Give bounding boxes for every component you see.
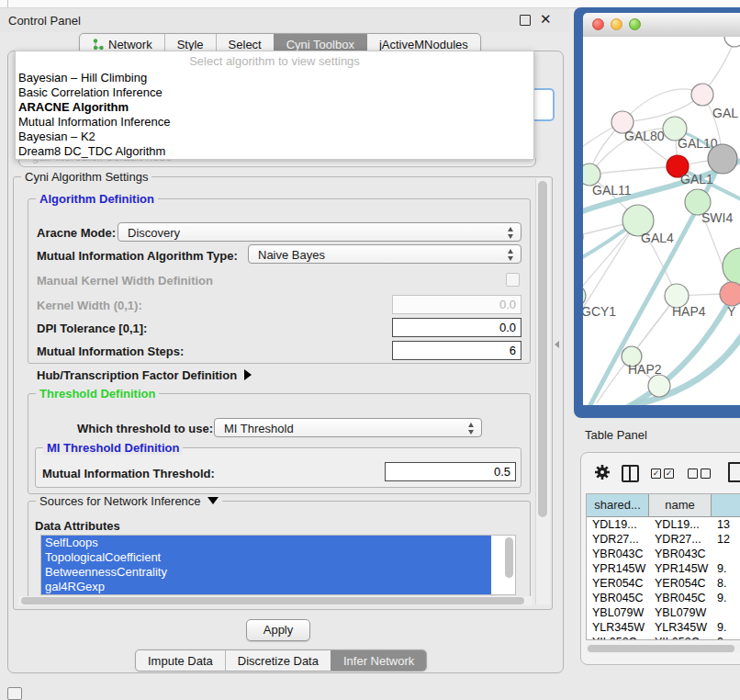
- table-row[interactable]: YBR045CYBR045C9.: [587, 591, 740, 605]
- close-window-icon[interactable]: [592, 18, 604, 30]
- network-node-label: Y: [727, 304, 736, 319]
- mi-type-value: Naive Bayes: [258, 248, 325, 262]
- algorithm-option[interactable]: ARACNE Algorithm: [16, 100, 533, 115]
- table-row[interactable]: YLR345WYLR345W9.: [587, 620, 740, 635]
- bottom-tab-discretize-data[interactable]: Discretize Data: [225, 650, 331, 671]
- bottom-tab-infer-network[interactable]: Infer Network: [331, 650, 426, 671]
- table-cell: YLR345W: [649, 620, 712, 635]
- mi-threshold-field[interactable]: [385, 462, 516, 481]
- table-row[interactable]: YDR27...YDR27...12: [587, 532, 740, 547]
- network-node-label: HAP4: [672, 304, 706, 319]
- control-panel-titlebar: Control Panel ✕: [0, 8, 569, 32]
- kernel-width-field[interactable]: [392, 295, 521, 314]
- settings-hscrollbar-track[interactable]: [18, 596, 533, 605]
- table-row[interactable]: YDL19...YDL19...13: [587, 517, 740, 532]
- network-node-label: GAL11: [592, 183, 632, 198]
- network-node-label: GAL1: [680, 172, 713, 186]
- table-cell: 9.: [712, 561, 740, 576]
- table-cell: 9.: [712, 620, 740, 635]
- which-threshold-combobox[interactable]: MI Threshold: [214, 418, 482, 437]
- minimize-window-icon[interactable]: [611, 18, 622, 30]
- network-node[interactable]: [720, 282, 740, 306]
- settings-scrollbar-thumb[interactable]: [538, 181, 547, 517]
- table-cell: YER054C: [587, 576, 649, 591]
- table-cell: YBR043C: [587, 547, 649, 561]
- network-node[interactable]: [691, 84, 713, 106]
- algorithm-option[interactable]: Mutual Information Inference: [16, 115, 533, 130]
- zoom-window-icon[interactable]: [629, 18, 641, 30]
- network-edge: [622, 95, 702, 122]
- table-row[interactable]: YBL079WYBL079W: [587, 605, 740, 620]
- network-node[interactable]: [708, 144, 737, 174]
- tab-label: Style: [177, 38, 204, 51]
- data-attribute-item[interactable]: gal4RGexp: [41, 580, 491, 594]
- gear-icon[interactable]: [594, 464, 611, 480]
- collapsed-panel-icon[interactable]: [7, 687, 22, 700]
- stepper-icon: [468, 422, 475, 435]
- table-cell: YPR145W: [587, 561, 649, 576]
- table-row[interactable]: YER054CYER054C8.: [587, 576, 740, 591]
- export-table-icon[interactable]: [728, 462, 740, 482]
- network-node[interactable]: [724, 37, 740, 47]
- manual-kernel-label: Manual Kernel Width Definition: [37, 274, 213, 288]
- data-attribute-item[interactable]: SelfLoops: [41, 536, 491, 550]
- algorithm-option[interactable]: Dream8 DC_TDC Algorithm: [16, 144, 533, 159]
- dpi-tolerance-label: DPI Tolerance [0,1]:: [37, 322, 147, 335]
- table-row[interactable]: YPR145WYPR145W9.: [587, 561, 740, 576]
- float-panel-icon[interactable]: [520, 15, 531, 26]
- tab-label: Select: [229, 38, 262, 51]
- apply-button[interactable]: Apply: [246, 619, 310, 641]
- table-row[interactable]: YIL052CYIL052C9: [587, 635, 740, 640]
- split-handle-icon[interactable]: [555, 341, 559, 348]
- algorithm-option[interactable]: Bayesian – Hill Climbing: [16, 71, 533, 85]
- mi-type-combobox[interactable]: Naive Bayes: [248, 244, 521, 264]
- settings-scrollbar-track[interactable]: [535, 178, 550, 604]
- algorithm-option[interactable]: Bayesian – K2: [16, 130, 533, 144]
- close-panel-icon[interactable]: ✕: [540, 11, 552, 28]
- data-attribute-item[interactable]: BetweennessCentrality: [41, 565, 491, 580]
- network-window-titlebar[interactable]: [583, 13, 740, 38]
- table-cell: YBR045C: [587, 591, 649, 605]
- select-all-checks-icon[interactable]: ✓✓: [651, 469, 674, 479]
- table-row[interactable]: YBR043CYBR043C: [587, 547, 740, 561]
- data-attribute-item[interactable]: TopologicalCoefficient: [41, 550, 491, 565]
- attribute-list-scrollbar-track[interactable]: [503, 536, 515, 594]
- table-cell: YPR145W: [649, 561, 712, 576]
- table-cell: YIL052C: [587, 635, 649, 640]
- dpi-tolerance-field[interactable]: [392, 318, 521, 337]
- columns-icon[interactable]: [622, 465, 639, 482]
- sources-group-label: Sources for Network Inference: [39, 494, 201, 508]
- aracne-mode-value: Discovery: [128, 226, 180, 240]
- mi-steps-field[interactable]: [392, 341, 521, 360]
- aracne-mode-combobox[interactable]: Discovery: [118, 222, 521, 242]
- network-node-label: SWI4: [701, 210, 733, 225]
- table-column-header[interactable]: [712, 494, 740, 516]
- table-cell: YBL079W: [649, 605, 712, 620]
- table-cell: YER054C: [649, 576, 712, 591]
- aracne-mode-label: Aracne Mode:: [37, 226, 116, 240]
- algorithm-option[interactable]: Basic Correlation Inference: [16, 85, 533, 100]
- tab-label: Network: [108, 38, 152, 51]
- algorithm-definition-title: Algorithm Definition: [36, 192, 158, 206]
- attribute-list-scrollbar-thumb[interactable]: [505, 537, 513, 578]
- node-table: shared...name YDL19...YDL19...13YDR27...…: [586, 493, 740, 640]
- network-window: GALGAL80GAL10GAL1GAL11SWI4GAL4GCY1HAP4YH…: [574, 7, 740, 418]
- network-edge: [589, 166, 678, 175]
- manual-kernel-checkbox[interactable]: [506, 273, 520, 287]
- sources-group-title[interactable]: Sources for Network Inference: [36, 494, 222, 508]
- table-column-header[interactable]: name: [649, 494, 712, 516]
- settings-hscrollbar-thumb[interactable]: [21, 597, 524, 604]
- table-hscrollbar-thumb[interactable]: [588, 645, 734, 652]
- table-hscrollbar-track[interactable]: [586, 644, 740, 653]
- network-node[interactable]: [723, 248, 740, 285]
- table-header-row: shared...name: [587, 494, 740, 517]
- tab-label: Discretize Data: [238, 654, 319, 668]
- deselect-all-checks-icon[interactable]: [688, 469, 711, 479]
- table-cell: YBR045C: [649, 591, 712, 605]
- bottom-tab-impute-data[interactable]: Impute Data: [136, 650, 225, 671]
- network-node[interactable]: [648, 375, 670, 397]
- hub-definition-toggle[interactable]: Hub/Transcription Factor Definition: [37, 368, 252, 382]
- table-column-header[interactable]: shared...: [587, 494, 649, 516]
- network-canvas[interactable]: GALGAL80GAL10GAL1GAL11SWI4GAL4GCY1HAP4YH…: [583, 37, 740, 405]
- table-cell: YDL19...: [649, 517, 712, 532]
